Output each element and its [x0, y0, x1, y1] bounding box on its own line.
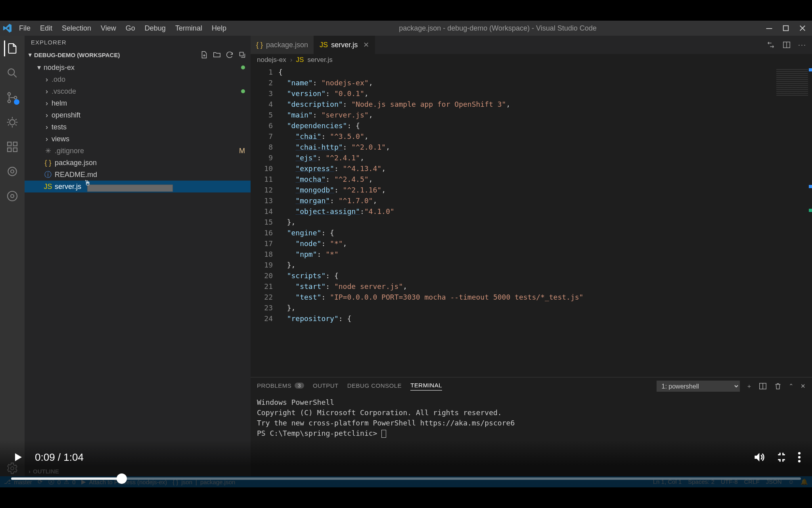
- panel-tab-problems[interactable]: PROBLEMS 3: [257, 382, 304, 391]
- tree-folder[interactable]: ›helm: [25, 97, 251, 109]
- status-ln-col[interactable]: Ln 1, Col 1: [653, 478, 682, 485]
- svg-rect-9: [8, 148, 11, 152]
- maximize-panel-icon[interactable]: ⌃: [789, 383, 794, 390]
- panel-tab-output[interactable]: OUTPUT: [313, 382, 339, 391]
- menu-go[interactable]: Go: [122, 23, 139, 34]
- activity-accounts-icon[interactable]: [4, 188, 20, 204]
- activity-settings-icon[interactable]: [4, 460, 20, 476]
- file-tree: ▾ nodejs-ex ›.odo ›.vscode ›helm ›opensh…: [25, 61, 251, 193]
- minimize-icon[interactable]: [765, 24, 773, 32]
- terminal[interactable]: Windows PowerShellCopyright (C) Microsof…: [251, 395, 812, 476]
- svg-rect-1: [783, 26, 789, 31]
- vscode-logo-icon: [3, 24, 12, 33]
- js-icon: JS: [44, 183, 52, 191]
- tree-file-readme[interactable]: ⓘ README.md: [25, 169, 251, 181]
- more-actions-icon[interactable]: ···: [798, 41, 806, 49]
- split-terminal-icon[interactable]: [758, 382, 767, 391]
- status-problems[interactable]: ⓧ 0 ⚠ 0: [48, 478, 76, 486]
- svg-point-6: [10, 119, 15, 125]
- vscode-window: File Edit Selection View Go Debug Termin…: [0, 21, 812, 487]
- tree-folder-nodejs-ex[interactable]: ▾ nodejs-ex: [25, 62, 251, 73]
- tree-folder[interactable]: ›.vscode: [25, 85, 251, 97]
- status-filetype[interactable]: { } json | package.json: [172, 479, 235, 485]
- kill-terminal-icon[interactable]: [774, 382, 782, 391]
- collapse-all-icon[interactable]: [238, 50, 247, 59]
- status-sync[interactable]: ⟳: [38, 478, 43, 485]
- status-attach[interactable]: ▶ Attach to Process (nodejs-ex): [81, 478, 167, 485]
- status-language-mode[interactable]: JSON: [766, 478, 782, 485]
- svg-rect-7: [8, 142, 11, 146]
- status-branch[interactable]: ⎇ master: [4, 478, 32, 485]
- svg-rect-8: [13, 142, 17, 146]
- breadcrumbs[interactable]: nodejs-ex › JS server.js: [251, 54, 812, 66]
- split-editor-icon[interactable]: [782, 40, 791, 49]
- braces-icon: { }: [44, 159, 52, 167]
- menu-debug[interactable]: Debug: [141, 23, 170, 34]
- tree-file-gitignore[interactable]: ✳ .gitignore M: [25, 145, 251, 157]
- menu-help[interactable]: Help: [208, 23, 230, 34]
- status-notifications-icon[interactable]: 🔔: [801, 478, 808, 485]
- status-eol[interactable]: CRLF: [744, 478, 759, 485]
- tree-folder[interactable]: ›openshift: [25, 109, 251, 121]
- svg-point-13: [8, 191, 17, 201]
- tooltip: [87, 185, 173, 192]
- svg-point-2: [8, 69, 14, 75]
- activity-scm-icon[interactable]: [4, 90, 20, 106]
- refresh-icon[interactable]: [225, 50, 234, 59]
- menu-selection[interactable]: Selection: [58, 23, 95, 34]
- panel-tab-debug-console[interactable]: DEBUG CONSOLE: [347, 382, 402, 391]
- close-tab-icon[interactable]: ✕: [363, 40, 369, 49]
- status-spaces[interactable]: Spaces: 2: [688, 478, 714, 485]
- titlebar: File Edit Selection View Go Debug Termin…: [0, 21, 812, 36]
- status-encoding[interactable]: UTF-8: [721, 478, 738, 485]
- svg-point-12: [11, 170, 14, 173]
- minimap[interactable]: [768, 66, 812, 377]
- workspace-name: DEBUG-DEMO (WORKSPACE): [34, 52, 120, 58]
- close-panel-icon[interactable]: ✕: [801, 383, 806, 390]
- code-content[interactable]: { "name": "nodejs-ex", "version": "0.0.1…: [278, 66, 768, 377]
- svg-rect-0: [766, 28, 772, 29]
- workspace-section-header[interactable]: ▾ DEBUG-DEMO (WORKSPACE): [25, 49, 251, 61]
- chevron-down-icon: ▾: [36, 63, 42, 72]
- tab-server-js[interactable]: JS server.js ✕: [314, 36, 375, 54]
- compare-changes-icon[interactable]: [766, 40, 775, 49]
- activity-openshift-icon[interactable]: [4, 164, 20, 179]
- svg-point-3: [8, 92, 11, 95]
- tree-folder[interactable]: ›tests: [25, 121, 251, 133]
- svg-point-11: [8, 167, 16, 175]
- status-feedback-icon[interactable]: ☺: [788, 478, 794, 485]
- terminal-select[interactable]: 1: powershell: [657, 381, 740, 392]
- js-icon: JS: [320, 41, 328, 49]
- activity-debug-icon[interactable]: [4, 114, 20, 130]
- tab-package-json[interactable]: { } package.json: [251, 36, 314, 54]
- menu-file[interactable]: File: [15, 23, 34, 34]
- svg-rect-10: [13, 148, 17, 152]
- close-icon[interactable]: [799, 24, 806, 32]
- tree-file-package-json[interactable]: { } package.json: [25, 157, 251, 169]
- svg-point-4: [8, 100, 11, 103]
- sidebar-title: EXPLORER: [25, 36, 251, 49]
- editor[interactable]: 123456789101112131415161718192021222324 …: [251, 66, 812, 377]
- svg-point-5: [14, 96, 17, 99]
- activity-search-icon[interactable]: [4, 65, 20, 81]
- new-file-icon[interactable]: [200, 50, 209, 59]
- activity-bar: [0, 36, 25, 476]
- menu-edit[interactable]: Edit: [36, 23, 56, 34]
- tree-folder[interactable]: ›.odo: [25, 73, 251, 85]
- new-folder-icon[interactable]: [213, 50, 221, 59]
- panel-tab-terminal[interactable]: TERMINAL: [410, 382, 442, 391]
- editor-tabs: { } package.json JS server.js ✕ ···: [251, 36, 812, 54]
- svg-point-14: [11, 194, 14, 198]
- menu-view[interactable]: View: [97, 23, 120, 34]
- chevron-down-icon: ▾: [29, 51, 32, 58]
- maximize-icon[interactable]: [782, 24, 790, 32]
- outline-section-header[interactable]: › OUTLINE: [25, 466, 251, 476]
- info-icon: ⓘ: [44, 170, 52, 179]
- menu-terminal[interactable]: Terminal: [171, 23, 206, 34]
- activity-explorer-icon[interactable]: [4, 40, 20, 56]
- chevron-right-icon: ›: [29, 468, 31, 475]
- tree-folder[interactable]: ›views: [25, 133, 251, 145]
- activity-extensions-icon[interactable]: [4, 139, 20, 155]
- new-terminal-icon[interactable]: ＋: [746, 383, 753, 390]
- panel: PROBLEMS 3 OUTPUT DEBUG CONSOLE TERMINAL…: [251, 377, 812, 476]
